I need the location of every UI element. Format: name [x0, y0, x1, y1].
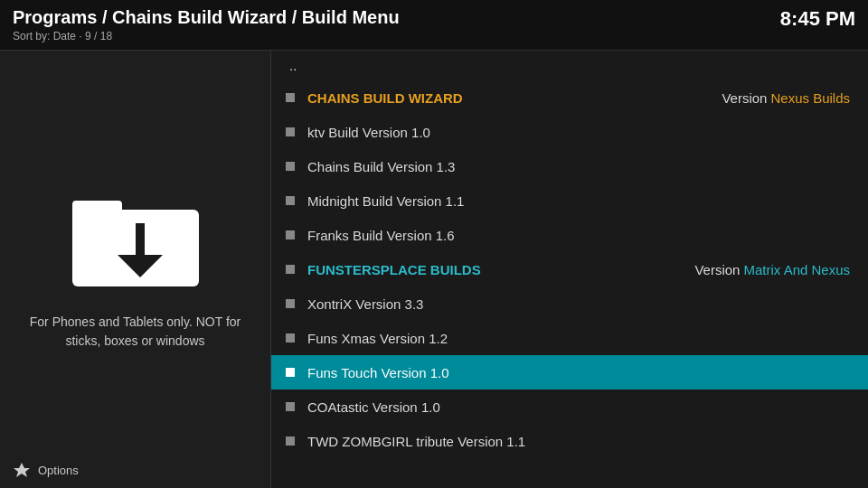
header-left: Programs / Chains Build Wizard / Build M…: [13, 7, 400, 42]
list-item[interactable]: Midnight Build Version 1.1: [271, 183, 868, 218]
item-label: TWD ZOMBGIRL tribute Version 1.1: [307, 434, 850, 449]
list-item[interactable]: TWD ZOMBGIRL tribute Version 1.1: [271, 424, 868, 458]
options-icon: [13, 461, 31, 479]
parent-dir-label: ..: [289, 58, 297, 73]
list-item[interactable]: Chains Build Version 1.3: [271, 149, 868, 183]
list-item[interactable]: CHAINS BUILD WIZARD Version Nexus Builds: [271, 80, 868, 115]
list-bullet: [286, 402, 295, 411]
list-bullet: [286, 127, 295, 136]
svg-marker-3: [14, 463, 30, 477]
list-item[interactable]: Funs Touch Version 1.0: [271, 355, 868, 389]
left-description: For Phones and Tablets only. NOT for sti…: [18, 313, 252, 351]
item-label: ktv Build Version 1.0: [307, 125, 850, 140]
breadcrumb: Programs / Chains Build Wizard / Build M…: [13, 7, 400, 28]
list-item[interactable]: FUNSTERSPLACE BUILDS Version Matrix And …: [271, 252, 868, 286]
item-label: XontriX Version 3.3: [307, 296, 850, 312]
svg-rect-1: [72, 201, 122, 219]
main-layout: For Phones and Tablets only. NOT for sti…: [0, 51, 868, 488]
list-bullet: [286, 230, 295, 239]
list-bullet: [286, 265, 295, 274]
list-bullet: [286, 93, 295, 102]
clock: 8:45 PM: [780, 7, 855, 31]
list-item[interactable]: XontriX Version 3.3: [271, 286, 868, 321]
list-bullet: [286, 368, 295, 377]
sort-info: Sort by: Date · 9 / 18: [13, 30, 400, 42]
options-bar[interactable]: Options: [13, 461, 79, 479]
item-label: Franks Build Version 1.6: [307, 228, 850, 243]
item-label: FUNSTERSPLACE BUILDS: [307, 262, 687, 277]
header: Programs / Chains Build Wizard / Build M…: [0, 0, 868, 51]
list-container: CHAINS BUILD WIZARD Version Nexus Builds…: [271, 80, 868, 458]
item-label: Funs Touch Version 1.0: [307, 365, 850, 380]
left-panel: For Phones and Tablets only. NOT for sti…: [0, 51, 271, 488]
list-bullet: [286, 299, 295, 308]
parent-dir-item[interactable]: ..: [271, 51, 868, 80]
item-label: Chains Build Version 1.3: [307, 159, 850, 174]
list-bullet: [286, 162, 295, 171]
version-label: Matrix And Nexus: [743, 262, 850, 277]
list-bullet: [286, 333, 295, 343]
version-prefix: Version: [694, 262, 740, 277]
item-label: COAtastic Version 1.0: [307, 399, 850, 415]
item-label: Funs Xmas Version 1.2: [307, 331, 850, 346]
list-bullet: [286, 436, 295, 446]
list-item[interactable]: Franks Build Version 1.6: [271, 218, 868, 252]
folder-icon: [72, 192, 199, 291]
options-label: Options: [38, 464, 79, 477]
list-item[interactable]: Funs Xmas Version 1.2: [271, 321, 868, 355]
list-item[interactable]: COAtastic Version 1.0: [271, 389, 868, 424]
item-label: Midnight Build Version 1.1: [307, 193, 850, 209]
version-prefix: Version: [722, 90, 767, 106]
right-panel[interactable]: .. CHAINS BUILD WIZARD Version Nexus Bui…: [271, 51, 868, 488]
list-bullet: [286, 196, 295, 205]
list-item[interactable]: ktv Build Version 1.0: [271, 115, 868, 149]
item-label: CHAINS BUILD WIZARD: [307, 90, 714, 106]
version-label: Nexus Builds: [770, 90, 850, 106]
